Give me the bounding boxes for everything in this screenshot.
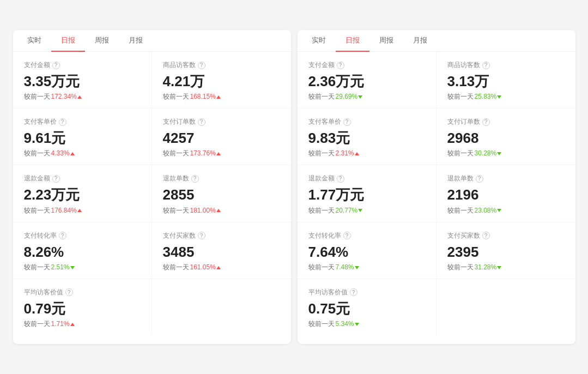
metric-cell: 退款金额 ?1.77万元较前一天20.77% (298, 165, 437, 222)
compare-prefix: 较前一天 (308, 263, 335, 271)
metric-value: 1.77万元 (308, 186, 425, 203)
metric-label: 支付客单价 ? (24, 117, 141, 126)
compare-change: 5.34% (336, 320, 354, 328)
info-icon[interactable]: ? (350, 288, 357, 296)
tab-周报[interactable]: 周报 (85, 30, 119, 52)
metric-label: 支付买家数 ? (163, 231, 280, 240)
metric-value: 4.21万 (163, 73, 280, 90)
tab-月报[interactable]: 月报 (403, 30, 437, 52)
panel-1: 实时日报周报月报支付金额 ?2.36万元较前一天29.69%商品访客数 ?3.1… (298, 30, 575, 344)
metric-compare: 较前一天31.28% (447, 263, 565, 272)
metric-value: 3.35万元 (24, 73, 141, 90)
metric-label: 支付订单数 ? (163, 117, 280, 126)
metric-value: 2855 (163, 186, 280, 203)
metric-compare: 较前一天30.28% (447, 149, 565, 158)
compare-change: 25.83% (475, 93, 497, 100)
metric-cell: 商品访客数 ?4.21万较前一天168.15% (152, 52, 291, 108)
arrow-up-icon (216, 95, 221, 99)
metric-cell: 支付客单价 ?9.83元较前一天2.31% (298, 108, 437, 165)
arrow-up-icon (70, 323, 75, 326)
info-icon[interactable]: ? (476, 175, 483, 183)
metric-label: 商品访客数 ? (163, 61, 280, 70)
metric-compare: 较前一天2.51% (24, 263, 141, 272)
info-icon[interactable]: ? (191, 175, 199, 183)
info-icon[interactable]: ? (482, 62, 490, 69)
arrow-up-icon (70, 152, 75, 155)
info-icon[interactable]: ? (343, 118, 351, 126)
metric-cell: 支付订单数 ?4257较前一天173.76% (152, 108, 291, 165)
arrow-up-icon (77, 95, 82, 99)
metric-label: 支付买家数 ? (447, 231, 565, 240)
tab-实时[interactable]: 实时 (17, 30, 51, 52)
metrics-grid: 支付金额 ?3.35万元较前一天172.34%商品访客数 ?4.21万较前一天1… (13, 52, 291, 335)
compare-prefix: 较前一天 (24, 93, 50, 100)
metric-compare: 较前一天161.05% (163, 263, 280, 272)
metric-value: 9.83元 (308, 130, 425, 147)
arrow-down-icon (497, 95, 501, 99)
info-icon[interactable]: ? (198, 62, 205, 69)
tab-实时[interactable]: 实时 (302, 30, 336, 52)
arrow-down-icon (355, 266, 359, 269)
metric-label: 支付金额 ? (24, 61, 141, 70)
tab-日报[interactable]: 日报 (336, 30, 369, 52)
metric-cell: 支付客单价 ?9.61元较前一天4.33% (13, 108, 152, 165)
metric-compare: 较前一天1.71% (24, 319, 141, 329)
compare-prefix: 较前一天 (308, 207, 335, 214)
metric-label: 退款单数 ? (163, 174, 280, 183)
info-icon[interactable]: ? (343, 232, 351, 239)
info-icon[interactable]: ? (59, 118, 66, 126)
metric-value: 0.75元 (308, 300, 425, 317)
metric-compare: 较前一天5.34% (308, 319, 425, 329)
arrow-up-icon (355, 152, 359, 155)
arrow-down-icon (497, 152, 501, 155)
metric-cell: 支付金额 ?3.35万元较前一天172.34% (13, 52, 152, 108)
info-icon[interactable]: ? (482, 118, 490, 126)
info-icon[interactable]: ? (337, 175, 344, 183)
metric-compare: 较前一天4.33% (24, 149, 141, 158)
tab-周报[interactable]: 周报 (369, 30, 403, 52)
compare-change: 2.51% (51, 263, 70, 271)
metric-compare: 较前一天2.31% (308, 149, 425, 158)
metric-compare: 较前一天168.15% (163, 92, 280, 101)
info-icon[interactable]: ? (59, 232, 66, 239)
info-icon[interactable]: ? (198, 232, 205, 239)
metric-compare: 较前一天29.69% (308, 92, 425, 101)
compare-change: 168.15% (190, 93, 216, 100)
metric-value: 3485 (163, 244, 280, 261)
metric-label: 支付转化率 ? (308, 231, 425, 240)
info-icon[interactable]: ? (337, 62, 344, 69)
compare-prefix: 较前一天 (24, 320, 50, 328)
compare-prefix: 较前一天 (447, 93, 474, 100)
metric-compare: 较前一天20.77% (308, 206, 425, 215)
metric-cell (152, 279, 291, 335)
metric-value: 9.61元 (24, 130, 141, 147)
arrow-up-icon (216, 266, 221, 269)
info-icon[interactable]: ? (482, 232, 490, 239)
info-icon[interactable]: ? (52, 175, 60, 183)
metric-compare: 较前一天181.00% (163, 206, 280, 215)
arrow-down-icon (355, 323, 359, 326)
metric-cell: 支付买家数 ?3485较前一天161.05% (152, 222, 291, 279)
metric-value: 4257 (163, 130, 280, 147)
metric-compare: 较前一天23.08% (447, 206, 565, 215)
info-icon[interactable]: ? (52, 62, 60, 69)
compare-change: 172.34% (51, 93, 77, 100)
metric-cell: 支付买家数 ?2395较前一天31.28% (437, 222, 575, 279)
panel-0: 实时日报周报月报支付金额 ?3.35万元较前一天172.34%商品访客数 ?4.… (13, 30, 291, 344)
compare-prefix: 较前一天 (163, 207, 189, 214)
metric-cell: 平均访客价值 ?0.75元较前一天5.34% (298, 279, 437, 335)
compare-change: 29.69% (336, 93, 358, 100)
metric-cell: 退款单数 ?2196较前一天23.08% (437, 165, 575, 222)
info-icon[interactable]: ? (198, 118, 205, 126)
tab-月报[interactable]: 月报 (119, 30, 153, 52)
compare-prefix: 较前一天 (163, 93, 189, 100)
metric-cell: 退款金额 ?2.23万元较前一天176.84% (13, 165, 152, 222)
info-icon[interactable]: ? (65, 288, 73, 296)
tab-日报[interactable]: 日报 (51, 30, 85, 52)
compare-change: 20.77% (336, 207, 358, 214)
metric-cell: 平均访客价值 ?0.79元较前一天1.71% (13, 279, 152, 335)
compare-change: 7.48% (336, 263, 354, 271)
compare-prefix: 较前一天 (308, 320, 335, 328)
metric-cell: 支付转化率 ?7.64%较前一天7.48% (298, 222, 437, 279)
metric-label: 退款金额 ? (24, 174, 141, 183)
